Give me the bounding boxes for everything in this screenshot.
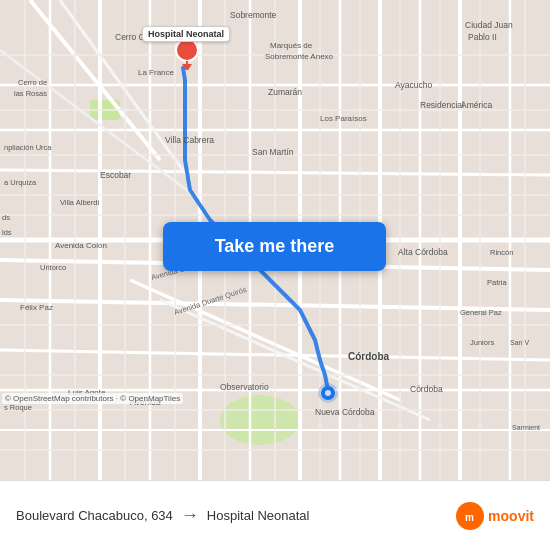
map-pin-label: Hospital Neonatal [142,26,230,42]
svg-text:npliación Urca: npliación Urca [4,143,52,152]
svg-marker-97 [182,64,192,70]
moovit-logo: m moovit [456,502,534,530]
svg-point-95 [318,383,338,403]
svg-text:Ciudad Juan: Ciudad Juan [465,20,513,30]
svg-text:Villa Cabrera: Villa Cabrera [165,135,214,145]
svg-text:Avenida Colón: Avenida Colón [55,241,107,250]
svg-text:Los Paraísos: Los Paraísos [320,114,367,123]
svg-text:Sobremonte Anexo: Sobremonte Anexo [265,52,334,61]
svg-text:m: m [465,512,474,523]
svg-text:General Paz: General Paz [460,308,502,317]
svg-text:s Roque: s Roque [4,403,32,412]
svg-text:Patria: Patria [487,278,507,287]
map-attribution: © OpenStreetMap contributors · © OpenMap… [2,393,183,404]
svg-point-1 [220,395,300,445]
svg-text:Sobremonte: Sobremonte [230,10,277,20]
route-to: Hospital Neonatal [207,508,310,523]
svg-text:Alta Córdoba: Alta Córdoba [398,247,448,257]
svg-text:América: América [461,100,492,110]
bottom-bar: Boulevard Chacabuco, 634 → Hospital Neon… [0,480,550,550]
svg-text:las Rosas: las Rosas [14,89,47,98]
route-from: Boulevard Chacabuco, 634 [16,508,173,523]
moovit-icon: m [456,502,484,530]
svg-text:Uritorco: Uritorco [40,263,66,272]
svg-text:Córdoba: Córdoba [348,351,390,362]
svg-text:Villa Alberdi: Villa Alberdi [60,198,99,207]
svg-text:Juniors: Juniors [470,338,494,347]
svg-text:Residencial: Residencial [420,100,464,110]
svg-text:Escobar: Escobar [100,170,131,180]
svg-text:Nueva Córdoba: Nueva Córdoba [315,407,375,417]
svg-text:Félix Paz: Félix Paz [20,303,53,312]
svg-text:Ayacucho: Ayacucho [395,80,432,90]
svg-text:Sarmient: Sarmient [512,424,540,431]
svg-text:La France: La France [138,68,175,77]
svg-text:a Urquiza: a Urquiza [4,178,37,187]
svg-text:San Martín: San Martín [252,147,294,157]
button-label: Take me there [215,236,335,257]
svg-text:Zumarán: Zumarán [268,87,302,97]
svg-text:Cerro de: Cerro de [18,78,47,87]
route-arrow-icon: → [181,505,199,526]
route-info: Boulevard Chacabuco, 634 → Hospital Neon… [16,505,456,526]
svg-text:lds: lds [2,228,12,237]
svg-text:Marqués de: Marqués de [270,41,313,50]
svg-point-96 [176,39,198,61]
svg-text:San V: San V [510,339,529,346]
svg-text:Rincón: Rincón [490,248,513,257]
svg-text:ds: ds [2,213,10,222]
moovit-text: moovit [488,508,534,524]
svg-text:Pablo II: Pablo II [468,32,497,42]
take-me-there-button[interactable]: Take me there [163,222,386,271]
svg-text:Córdoba: Córdoba [410,384,443,394]
destination-pin [175,38,199,74]
svg-text:Observatorio: Observatorio [220,382,269,392]
map-container: Sobremonte Ciudad Juan Pablo II Marqués … [0,0,550,480]
